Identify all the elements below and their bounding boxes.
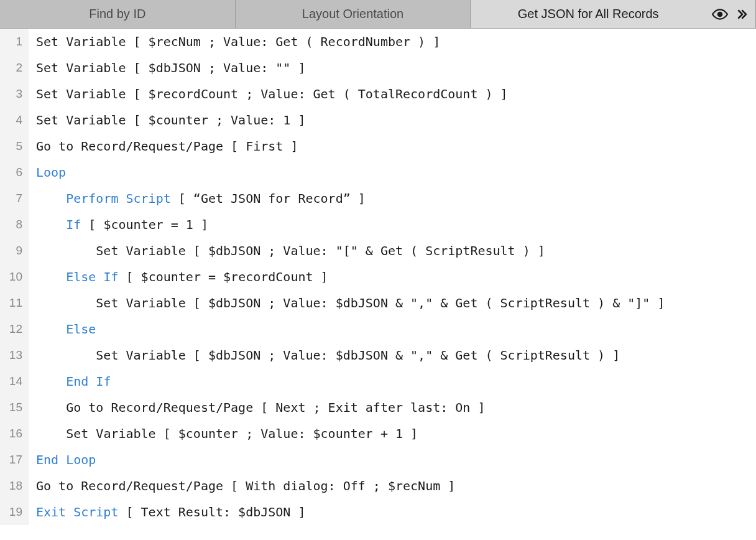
line-content: Go to Record/Request/Page [ Next ; Exit … (29, 394, 756, 421)
code-text: Set Variable [ $recNum ; Value: Get ( Re… (36, 34, 440, 49)
script-line[interactable]: 1Set Variable [ $recNum ; Value: Get ( R… (0, 29, 756, 55)
line-content: End If (29, 368, 756, 394)
code-text: Set Variable [ $recordCount ; Value: Get… (36, 86, 508, 101)
tab-label: Get JSON for All Records (518, 7, 659, 21)
script-line[interactable]: 14 End If (0, 368, 756, 394)
script-editor[interactable]: 1Set Variable [ $recNum ; Value: Get ( R… (0, 29, 756, 540)
script-line[interactable]: 7 Perform Script [ “Get JSON for Record”… (0, 185, 756, 212)
chevrons-right-icon[interactable] (734, 7, 749, 22)
line-number: 2 (0, 55, 29, 81)
line-number: 1 (0, 29, 29, 55)
line-content: Go to Record/Request/Page [ First ] (29, 133, 756, 159)
line-content: Set Variable [ $recordCount ; Value: Get… (29, 81, 756, 107)
line-content: Set Variable [ $counter ; Value: 1 ] (29, 107, 756, 133)
script-line[interactable]: 4Set Variable [ $counter ; Value: 1 ] (0, 107, 756, 133)
line-content: Go to Record/Request/Page [ With dialog:… (29, 473, 756, 499)
script-line[interactable]: 12 Else (0, 316, 756, 342)
tab-find-by-id[interactable]: Find by ID (0, 0, 236, 28)
line-content: Else (29, 316, 756, 342)
code-text: Set Variable [ $dbJSON ; Value: $dbJSON … (96, 296, 665, 310)
script-line[interactable]: 11 Set Variable [ $dbJSON ; Value: $dbJS… (0, 290, 756, 316)
tab-label: Find by ID (89, 7, 145, 21)
script-line[interactable]: 10 Else If [ $counter = $recordCount ] (0, 264, 756, 290)
keyword: Loop (36, 165, 66, 180)
script-line[interactable]: 17End Loop (0, 447, 756, 473)
keyword: Exit Script (36, 505, 118, 519)
keyword: Perform Script (66, 191, 171, 206)
code-text: Set Variable [ $dbJSON ; Value: "[" & Ge… (96, 243, 545, 258)
line-number: 14 (0, 368, 29, 394)
keyword: Else (66, 322, 96, 337)
script-line[interactable]: 16 Set Variable [ $counter ; Value: $cou… (0, 421, 756, 447)
line-number: 11 (0, 290, 29, 316)
line-number: 10 (0, 264, 29, 290)
code-text: Go to Record/Request/Page [ Next ; Exit … (66, 400, 485, 415)
tab-label: Layout Orientation (302, 7, 403, 21)
code-text: [ $counter = 1 ] (81, 217, 208, 232)
line-content: Set Variable [ $counter ; Value: $counte… (29, 421, 756, 447)
tab-get-json-all-records[interactable]: Get JSON for All Records (471, 0, 756, 28)
line-content: Perform Script [ “Get JSON for Record” ] (29, 185, 756, 212)
eye-icon[interactable] (712, 6, 728, 22)
line-number: 18 (0, 473, 29, 499)
code-text: Set Variable [ $dbJSON ; Value: $dbJSON … (96, 348, 620, 363)
code-text: Set Variable [ $counter ; Value: 1 ] (36, 113, 305, 128)
line-content: Loop (29, 159, 756, 185)
code-text: Set Variable [ $counter ; Value: $counte… (66, 426, 418, 441)
line-content: Set Variable [ $dbJSON ; Value: $dbJSON … (29, 342, 756, 368)
line-content: Set Variable [ $dbJSON ; Value: "[" & Ge… (29, 238, 756, 264)
script-line[interactable]: 18Go to Record/Request/Page [ With dialo… (0, 473, 756, 499)
line-number: 5 (0, 133, 29, 159)
keyword: Else If (66, 269, 118, 284)
line-number: 19 (0, 499, 29, 525)
script-line[interactable]: 2Set Variable [ $dbJSON ; Value: "" ] (0, 55, 756, 81)
line-content: Exit Script [ Text Result: $dbJSON ] (29, 499, 756, 525)
script-line[interactable]: 5Go to Record/Request/Page [ First ] (0, 133, 756, 159)
line-number: 7 (0, 185, 29, 212)
line-number: 13 (0, 342, 29, 368)
code-text: [ “Get JSON for Record” ] (171, 191, 366, 206)
line-content: Set Variable [ $dbJSON ; Value: $dbJSON … (29, 290, 756, 316)
line-content: End Loop (29, 447, 756, 473)
svg-point-0 (718, 12, 722, 16)
line-number: 17 (0, 447, 29, 473)
line-content: Set Variable [ $dbJSON ; Value: "" ] (29, 55, 756, 81)
line-number: 16 (0, 421, 29, 447)
line-number: 4 (0, 107, 29, 133)
script-line[interactable]: 13 Set Variable [ $dbJSON ; Value: $dbJS… (0, 342, 756, 368)
tab-layout-orientation[interactable]: Layout Orientation (236, 0, 471, 28)
script-line[interactable]: 8 If [ $counter = 1 ] (0, 212, 756, 238)
tab-bar: Find by ID Layout Orientation Get JSON f… (0, 0, 756, 29)
script-line[interactable]: 9 Set Variable [ $dbJSON ; Value: "[" & … (0, 238, 756, 264)
script-line[interactable]: 6Loop (0, 159, 756, 185)
code-text: [ Text Result: $dbJSON ] (118, 505, 305, 519)
script-line[interactable]: 19Exit Script [ Text Result: $dbJSON ] (0, 499, 756, 525)
script-line[interactable]: 15 Go to Record/Request/Page [ Next ; Ex… (0, 394, 756, 421)
line-content: Else If [ $counter = $recordCount ] (29, 264, 756, 290)
code-text: Set Variable [ $dbJSON ; Value: "" ] (36, 60, 305, 75)
line-number: 8 (0, 212, 29, 238)
keyword: End Loop (36, 452, 96, 467)
line-number: 3 (0, 81, 29, 107)
code-text: Go to Record/Request/Page [ With dialog:… (36, 478, 455, 493)
line-content: If [ $counter = 1 ] (29, 212, 756, 238)
line-number: 12 (0, 316, 29, 342)
line-number: 15 (0, 394, 29, 421)
keyword: If (66, 217, 81, 232)
keyword: End If (66, 374, 111, 389)
code-text: [ $counter = $recordCount ] (118, 269, 328, 284)
code-text: Go to Record/Request/Page [ First ] (36, 139, 298, 154)
line-number: 9 (0, 238, 29, 264)
line-number: 6 (0, 159, 29, 185)
script-line[interactable]: 3Set Variable [ $recordCount ; Value: Ge… (0, 81, 756, 107)
line-content: Set Variable [ $recNum ; Value: Get ( Re… (29, 29, 756, 55)
